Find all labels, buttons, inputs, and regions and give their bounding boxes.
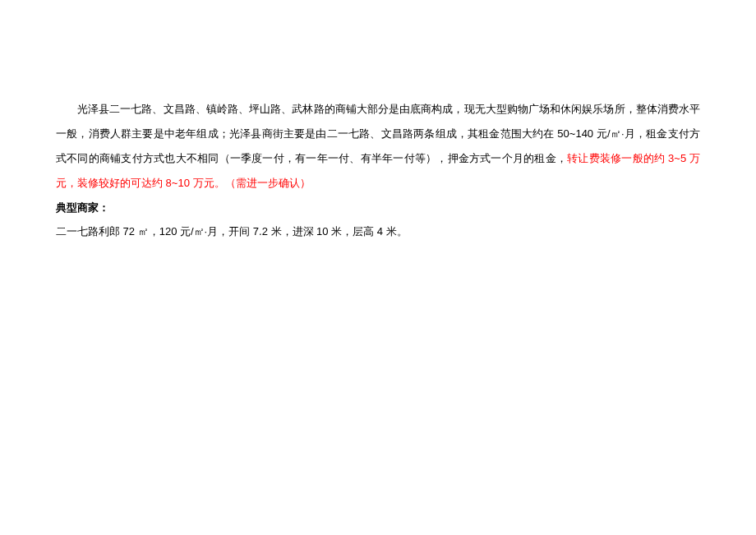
- paragraph-intro: 光泽县二一七路、文昌路、镇岭路、坪山路、武林路的商铺大部分是由底商构成，现无大型…: [56, 97, 700, 196]
- paragraph-merchant-detail: 二一七路利郎 72 ㎡，120 元/㎡·月，开间 7.2 米，进深 10 米，层…: [56, 219, 700, 244]
- heading-typical-merchants: 典型商家：: [56, 196, 700, 220]
